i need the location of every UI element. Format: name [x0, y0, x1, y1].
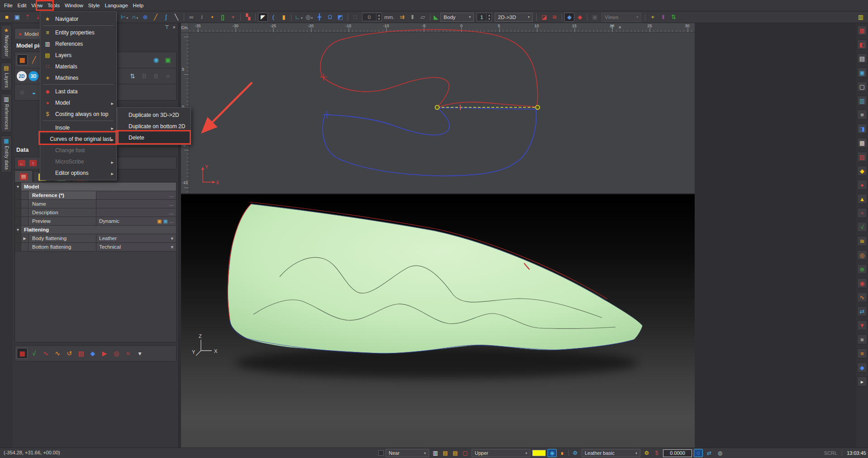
- menu-change-foot[interactable]: Change foot: [40, 145, 116, 156]
- camera-icon[interactable]: ▣: [590, 13, 600, 22]
- rt-columns-icon[interactable]: ▥: [857, 96, 867, 106]
- model-cloud-up-icon[interactable]: ↑: [28, 159, 38, 168]
- open-folder-icon[interactable]: ■: [2, 13, 12, 22]
- select-cursor-icon[interactable]: ◤: [258, 13, 268, 22]
- rt-target-icon[interactable]: ◉: [857, 278, 867, 288]
- grid-group-model[interactable]: ▼ Model: [15, 183, 176, 191]
- sb-tools-icon[interactable]: ⚙: [571, 449, 580, 457]
- sb-selection-icon[interactable]: ◌: [694, 449, 703, 457]
- mirror-arc-icon[interactable]: ∩: [130, 13, 140, 22]
- flat-shoe-icon[interactable]: ▱: [418, 13, 428, 22]
- rt-block-icon[interactable]: ■: [857, 334, 867, 344]
- corner-toggle-icon[interactable]: ◩: [335, 13, 345, 22]
- collapse-caret-icon[interactable]: ▼: [15, 183, 21, 191]
- menu-machines[interactable]: ∗ Machines: [40, 72, 116, 83]
- sidetab-navigator[interactable]: ★ Navigator: [1, 25, 12, 59]
- model-upload-icon[interactable]: ⇡: [23, 13, 33, 22]
- axes-icon[interactable]: ∟: [294, 13, 304, 22]
- material-select[interactable]: Leather basic: [582, 449, 640, 457]
- rt-hatch-icon[interactable]: ▨: [857, 152, 867, 162]
- model-dock-tab[interactable]: ● Model: [14, 28, 43, 39]
- view-3d-button[interactable]: 3D: [29, 71, 38, 81]
- sb-layers-icon[interactable]: ▤: [441, 449, 450, 457]
- row-value[interactable]: [96, 208, 160, 217]
- measure-add-icon[interactable]: ╲: [172, 13, 181, 22]
- menu-microscribe[interactable]: MicroScribe: [40, 156, 116, 167]
- upper-select[interactable]: Upper: [472, 449, 530, 457]
- rt-dot-icon[interactable]: ●: [857, 180, 867, 190]
- menubar-item[interactable]: Language: [102, 1, 130, 10]
- sb-projector-icon[interactable]: ◍: [715, 449, 725, 457]
- menu-entity-properties[interactable]: ≡ Entity properties: [40, 27, 116, 38]
- mode-select[interactable]: 2D->3D: [495, 13, 533, 22]
- waves-icon[interactable]: ≈: [123, 348, 134, 359]
- menubar-item[interactable]: View: [29, 1, 45, 10]
- offset-field[interactable]: 0: [362, 13, 382, 21]
- sb-layer-copy-icon[interactable]: ▤: [451, 449, 460, 457]
- views-select[interactable]: Views: [601, 13, 641, 22]
- row-value[interactable]: Dynamic: [96, 217, 147, 225]
- xml-doc-icon[interactable]: ▣: [162, 54, 173, 65]
- menu-delete[interactable]: Delete: [117, 132, 191, 143]
- globe-icon[interactable]: ⊕: [140, 13, 150, 22]
- sb-costing-icon[interactable]: $: [652, 449, 661, 457]
- menu-curves-original-last[interactable]: Curves of the original last: [40, 133, 116, 145]
- menubar-item[interactable]: Help: [131, 1, 146, 10]
- curve-red-icon[interactable]: ∿: [40, 348, 51, 359]
- grid-group-flattening[interactable]: ▼ Flattening: [15, 226, 176, 234]
- menu-insole[interactable]: Insole: [40, 122, 116, 133]
- grid-row-description[interactable]: Description ...: [15, 208, 176, 217]
- add-point-icon[interactable]: ⊕: [17, 87, 28, 98]
- rt-check-icon[interactable]: √: [857, 222, 867, 232]
- pin-icon[interactable]: ⊤: [165, 24, 169, 30]
- sb-references-icon[interactable]: ▥: [431, 449, 440, 457]
- shoe-blue-small-icon[interactable]: ◆: [87, 348, 98, 359]
- add-model-icon[interactable]: +: [648, 13, 658, 22]
- sb-gear-icon[interactable]: ⚙: [642, 449, 651, 457]
- grid-row-name[interactable]: Name ...: [15, 200, 176, 208]
- menu-model[interactable]: ● Model: [40, 97, 116, 108]
- model-recycle-icon[interactable]: ⇅: [668, 13, 678, 22]
- collapse-caret-icon[interactable]: ▼: [15, 226, 21, 234]
- rt-grid-icon[interactable]: ▦: [857, 138, 867, 148]
- rt-panel-icon[interactable]: ▣: [857, 67, 867, 77]
- pin-icon[interactable]: ⊤: [610, 24, 615, 30]
- ellipsis-button[interactable]: ...: [160, 191, 176, 199]
- ruler-add-icon[interactable]: ⊢: [119, 13, 129, 22]
- toolbar-overflow-icon[interactable]: ▥: [856, 13, 866, 22]
- rt-waves-icon[interactable]: ≋: [857, 236, 867, 246]
- curve-add-icon[interactable]: +: [228, 13, 238, 22]
- rt-down-icon[interactable]: ▼: [857, 320, 867, 330]
- spin-updown-icon[interactable]: ⇅: [127, 71, 138, 82]
- menu-costing[interactable]: $ Costing always on top: [40, 108, 116, 120]
- rt-gem-icon[interactable]: ◆: [857, 362, 867, 372]
- row-value[interactable]: Leather: [96, 234, 160, 242]
- arc-select-icon[interactable]: (: [268, 13, 278, 22]
- spinner-icon[interactable]: [376, 13, 382, 21]
- layer-color-swatch[interactable]: [532, 450, 546, 456]
- body-select[interactable]: Body: [440, 13, 474, 22]
- curve-orange-icon[interactable]: ∿: [52, 348, 63, 359]
- menubar-item[interactable]: File: [2, 1, 15, 10]
- model-back-icon[interactable]: ←: [17, 159, 27, 168]
- record-icon[interactable]: ◎: [111, 348, 122, 359]
- sidetab-entity-data[interactable]: ▦ Entity data: [1, 135, 12, 173]
- stack-icon[interactable]: ‖: [407, 13, 417, 22]
- close-icon[interactable]: ×: [619, 24, 621, 30]
- menubar-item[interactable]: Edit: [15, 1, 29, 10]
- shoe-2d-icon[interactable]: ◆: [564, 13, 574, 22]
- spiral-icon[interactable]: ↺: [64, 348, 75, 359]
- menu-layers[interactable]: ▤ Layers: [40, 49, 116, 61]
- grid-row-reference[interactable]: Reference (*) ...: [15, 191, 176, 200]
- menu-references[interactable]: ▥ References: [40, 38, 116, 49]
- rt-sine-icon[interactable]: ∿: [857, 292, 867, 302]
- dropdown-caret-icon[interactable]: ▾: [160, 234, 176, 242]
- menu-last-data[interactable]: ◆ Last data: [40, 86, 116, 97]
- empty-box-icon[interactable]: □: [350, 13, 360, 22]
- small-lock-icon[interactable]: ▪: [207, 13, 217, 22]
- flattening-canvas[interactable]: Y X: [181, 23, 695, 193]
- pieces-view-icon[interactable]: ▦: [17, 348, 28, 359]
- grid-row-preview[interactable]: Preview Dynamic ▣ ▣ ...: [15, 217, 176, 226]
- rt-plus-icon[interactable]: +: [857, 208, 867, 218]
- lock-icon[interactable]: ▮: [279, 13, 289, 22]
